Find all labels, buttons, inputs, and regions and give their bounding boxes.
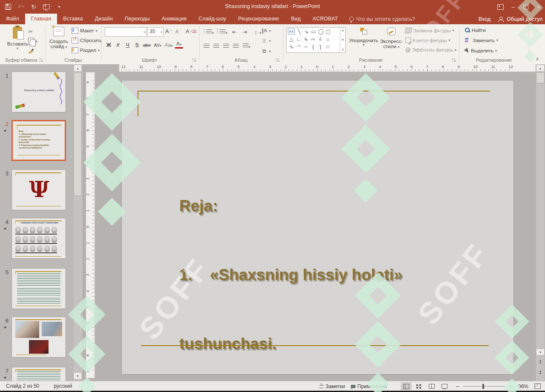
arrow-shape-icon[interactable]: ↘ <box>303 29 310 34</box>
scribble-shape-icon[interactable]: ∿ <box>288 44 295 50</box>
zoom-out-button[interactable]: − <box>456 383 459 390</box>
slide-body-text[interactable]: Reja: 1. «Shaxsning hissiy holati» tushu… <box>179 149 436 392</box>
reading-view-button[interactable] <box>426 382 437 390</box>
align-center-icon[interactable] <box>213 44 219 49</box>
cut-button[interactable]: ✂ <box>28 29 33 35</box>
arc-shape-icon[interactable]: ◠ <box>295 44 302 50</box>
slide-thumbnail-3[interactable]: Ψ <box>11 169 66 210</box>
thumb-scroll-thumb[interactable] <box>74 72 82 196</box>
previous-slide-button[interactable]: ▲▲ <box>536 358 545 365</box>
shape-fill-button[interactable]: Заливка фигуры▾ <box>405 28 454 33</box>
smartart-button[interactable]: ⧉▾ <box>261 48 271 54</box>
thumb-scroll-up-icon[interactable]: ▲ <box>74 65 82 72</box>
shape-outline-button[interactable]: Контур фигуры▾ <box>405 37 450 43</box>
shrink-font-button[interactable]: Аˇ <box>175 29 181 34</box>
scroll-thumb[interactable] <box>536 72 545 83</box>
char-spacing-button[interactable]: AV▾ <box>153 42 162 48</box>
font-size-combo[interactable]: 35▾ <box>147 27 164 37</box>
decrease-indent-icon[interactable]: ⇤ <box>231 29 238 35</box>
bold-button[interactable]: Ж <box>105 42 113 49</box>
minimize-icon[interactable]: – <box>507 0 519 14</box>
tab-design[interactable]: Дизайн <box>89 14 119 24</box>
thumb-scroll-down-icon[interactable]: ▼ <box>74 372 82 379</box>
comments-toggle[interactable]: Примечания <box>351 383 387 389</box>
slide-thumbnail-1[interactable]: Shaxsning irodaviy sifatlari <box>11 72 66 112</box>
align-text-button[interactable]: ⍐▾ <box>261 38 271 44</box>
line-shape-icon[interactable]: ╲ <box>295 29 303 34</box>
scroll-down-icon[interactable]: ▼ <box>536 349 545 355</box>
new-slide-button[interactable]: Создать слайд ▾ <box>48 27 70 49</box>
sign-in-button[interactable]: Вход <box>479 16 490 22</box>
slide-indicator[interactable]: Слайд 2 из 50 <box>6 383 39 389</box>
format-painter-button[interactable] <box>28 48 34 54</box>
text-shadow-button[interactable]: S <box>133 42 141 49</box>
share-button[interactable]: Общий доступ <box>498 16 542 22</box>
slide-thumbnail-5[interactable] <box>11 268 66 309</box>
right-arrow-shape-icon[interactable]: ⇨ <box>310 36 317 42</box>
textbox-shape-icon[interactable]: A≡ <box>288 29 295 34</box>
numbering-button[interactable]: ▾ <box>217 28 227 36</box>
shapes-more-icon[interactable]: ⊻ <box>341 48 344 52</box>
triangle-shape-icon[interactable]: △ <box>288 36 295 42</box>
tab-acrobat[interactable]: ACROBAT <box>307 14 344 24</box>
elbow-arrow-shape-icon[interactable]: ↳ <box>302 36 310 42</box>
line-spacing-button[interactable]: ↕▾ <box>252 28 261 36</box>
thumbnail-scrollbar[interactable]: ▲ ▼ <box>74 64 82 381</box>
shape-effects-button[interactable]: Эффекты фигуры▾ <box>405 47 456 52</box>
slide-thumbnail-2-selected[interactable]: Reja: 1. «Shaxsning hissiy holatis tushu… <box>11 120 66 161</box>
tab-slideshow[interactable]: Слайд-шоу <box>192 14 232 24</box>
slideshow-view-button[interactable] <box>439 382 450 390</box>
tab-insert[interactable]: Вставка <box>57 14 89 24</box>
font-color-button[interactable]: А▾ <box>175 41 183 49</box>
find-button[interactable]: Найти <box>465 28 486 33</box>
tab-view[interactable]: Вид <box>285 14 307 24</box>
copy-button[interactable]: ▾ <box>28 38 37 45</box>
tab-animations[interactable]: Анимация <box>155 14 192 24</box>
flowchart-shape-icon[interactable]: ⌂ <box>324 36 331 42</box>
layout-button[interactable]: Макет▾ <box>72 28 98 34</box>
underline-button[interactable]: Ч <box>123 42 132 49</box>
oval-shape-icon[interactable]: ◯ <box>317 29 324 34</box>
slide-thumbnail-4[interactable]: «SHAXSNING HISSIY HOLATI» TUSHUNCHASI <box>11 218 66 259</box>
columns-button[interactable]: ▾ <box>243 42 250 50</box>
change-case-button[interactable]: Aa▾ <box>164 42 173 49</box>
down-arrow-shape-icon[interactable]: ⇩ <box>317 36 324 42</box>
slide-thumbnail-6[interactable] <box>11 317 66 358</box>
elbow-shape-icon[interactable]: ∟ <box>295 36 302 42</box>
rounded-rect-shape-icon[interactable]: ▢ <box>324 29 332 34</box>
select-button[interactable]: Выделить▾ <box>465 48 497 53</box>
language-indicator[interactable]: русский <box>54 383 72 389</box>
align-left-icon[interactable] <box>204 44 209 49</box>
section-button[interactable]: Раздел▾ <box>72 47 100 53</box>
ribbon-display-options-icon[interactable] <box>494 0 507 14</box>
right-brace-shape-icon[interactable]: } <box>317 44 324 50</box>
notes-toggle[interactable]: Заметки <box>319 383 345 389</box>
tell-me-box[interactable]: Что вы хотите сделать? <box>344 14 420 24</box>
close-icon[interactable]: × <box>532 0 545 14</box>
arrange-button[interactable]: Упорядочить ▾ <box>348 28 379 47</box>
scroll-up-icon[interactable]: ▲ <box>536 65 545 72</box>
shapes-gallery[interactable]: A≡ ╲ ↘ ▭ ◯ ▢ △ ∟ ↳ ⇨ ⇩ ⌂ ∿ ◠ ∼ { } ☆ <box>286 27 346 53</box>
tab-home[interactable]: Главная <box>25 14 57 24</box>
clear-formatting-button[interactable]: А⌫ <box>186 28 196 34</box>
zoom-in-button[interactable]: + <box>509 383 512 390</box>
zoom-slider[interactable] <box>463 386 505 387</box>
curve-shape-icon[interactable]: ∼ <box>302 44 310 50</box>
increase-indent-icon[interactable]: ⇥ <box>241 29 249 35</box>
slide-canvas[interactable]: Reja: 1. «Shaxsning hissiy holati» tushu… <box>121 80 514 375</box>
normal-view-button[interactable] <box>401 382 412 390</box>
replace-button[interactable]: abacЗаменить▾ <box>465 37 498 43</box>
collapse-ribbon-icon[interactable]: ∧ <box>536 56 539 62</box>
tab-transitions[interactable]: Переходы <box>119 14 156 24</box>
zoom-level[interactable]: 96% <box>518 383 528 389</box>
drawing-dialog-launcher[interactable]: ⇘ <box>452 58 456 63</box>
vertical-scrollbar[interactable]: ▲ ▼ ▲▲ ▼▼ <box>536 64 545 381</box>
left-brace-shape-icon[interactable]: { <box>310 44 317 50</box>
clipboard-dialog-launcher[interactable]: ⇘ <box>39 58 43 63</box>
bullets-button[interactable]: ▾ <box>204 28 214 36</box>
slide-sorter-view-button[interactable] <box>413 382 425 390</box>
shapes-scroll-down-icon[interactable]: ▼ <box>341 38 344 41</box>
justify-icon[interactable] <box>233 44 239 49</box>
shapes-gallery-scrollbar[interactable]: ▲ ▼ ⊻ <box>340 28 345 52</box>
font-name-combo[interactable]: ▾ <box>105 27 146 37</box>
